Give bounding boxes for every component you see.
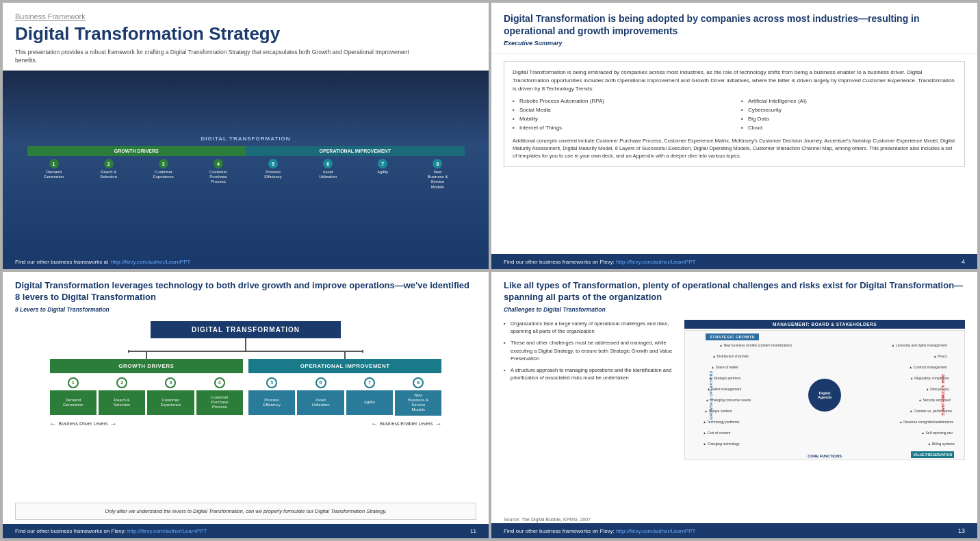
step-label-5: ProcessEfficiency [264,170,282,179]
slide2-extra-text: Additional concepts covered include Cust… [513,137,956,160]
slide1-diagram: DIGITAL TRANSFORMATION GROWTH DRIVERS OP… [3,71,489,255]
slide1-footer: Find our other business frameworks at ht… [3,255,489,269]
slide4-body: Organizations face a large variety of op… [491,317,977,516]
dt-step-2: 2 Reach &Selection [82,159,136,190]
dt-step-6: 6 AssetUtilization [301,159,354,190]
operational-steps: 5 ProcessEfficiency 6 AssetUtilization 7… [248,377,441,416]
slide2-page-num: 4 [962,258,965,265]
chart-item-20: ▲ Billing systems [928,442,955,446]
slide3-footer-link[interactable]: http://flevy.com/author/LearnPPT [127,528,207,534]
dt-step-1: 1 DemandGeneration [27,159,81,190]
dt-step-3: 3 CustomerExperience [137,159,190,190]
chart-item-3: ▲ Distribution channels [712,354,749,358]
bstep-num-6: 6 [315,377,326,388]
slide2-footer-text: Find our other business frameworks on Fl… [504,259,615,265]
step-label-7: Agility [377,170,388,175]
slide1-footer-link[interactable]: http://flevy.com/author/LearnPPT [111,259,190,265]
slide3-sub: 8 Levers to Digital Transformation [15,306,476,313]
bstep-6: 6 AssetUtilization [297,377,344,416]
bstep-num-8: 8 [413,377,424,388]
bstep-num-3: 3 [165,377,176,388]
slide3-note: Only after we understand the levers to D… [15,503,476,520]
chart-item-15: ▲ Technology platforms [703,420,740,424]
slide3-body: DIGITAL TRANSFORMATION GROWTH DRIVERS 1 [3,317,489,499]
slide4-page-num: 13 [958,527,965,534]
slide1-title: Digital Transformation Strategy [15,23,476,45]
levers-row: ← Business Driver Levers → ← Business En… [50,420,442,427]
branch-growth: GROWTH DRIVERS 1 DemandGeneration 2 Reac… [50,352,243,416]
operational-branch-label: OPERATIONAL IMPROVEMENT [248,359,441,373]
slide2-list-right: Artificial Intelligence (AI) Cybersecuri… [741,97,956,132]
dt-branches: GROWTH DRIVERS 1 DemandGeneration 2 Reac… [50,352,442,416]
chart-item-16: ▲ Revenue recognition/settlements [899,420,953,424]
value-preservation-label: VALUE PRESERVATION [911,451,954,458]
list-item-mobility: Mobility [513,115,727,124]
dt-step-5: 5 ProcessEfficiency [246,159,300,190]
list-item-social: Social Media [513,106,727,115]
core-functions-label: CORE FUNCTIONS [808,454,842,458]
dt-main-label: DIGITAL TRANSFORMATION [151,321,341,338]
chart-item-10: ▲ Data privacy [926,387,949,391]
chart-item-2: ▲ Licensing and rights management [892,343,947,347]
bstep-box-6: AssetUtilization [297,390,344,415]
slide2-main-box: Digital Transformation is being embraced… [504,61,965,167]
dt-boxes: GROWTH DRIVERS OPERATIONAL IMPROVEMENT [27,146,465,156]
step-label-3: CustomerExperience [153,170,174,179]
bstep-2: 2 Reach &Selection [99,377,145,415]
bstep-8: 8 NewBusiness &ServiceModels [395,377,441,416]
bstep-box-2: Reach &Selection [99,390,145,415]
slide2-list-left: Robotic Process Automation (RPA) Social … [513,97,727,132]
bstep-3: 3 CustomerExperience [147,377,194,415]
list-item-iot: Internet of Things [513,124,727,133]
slide4-footer-link[interactable]: http://flevy.com/author/LearnPPT [616,528,695,534]
slide-3: Digital Transformation leverages technol… [3,272,489,538]
bstep-4: 4 CustomerPurchaseProcess [196,377,243,415]
slide2-header: Digital Transformation is being adopted … [491,3,977,54]
slide4-footer: Find our other business frameworks on Fl… [491,523,977,538]
branch-operational: OPERATIONAL IMPROVEMENT 5 ProcessEfficie… [248,352,441,416]
step-num-7: 7 [378,159,387,168]
slide4-sub: Challenges to Digital Transformation [504,306,965,313]
slide1-header: Business Framework Digital Transformatio… [3,3,489,71]
slide4-bullets: Organizations face a large variety of op… [504,320,679,513]
slide4-header: Like all types of Transformation, plenty… [491,272,977,317]
bstep-1: 1 DemandGeneration [50,377,96,415]
step-num-6: 6 [323,159,333,168]
slide4-source: Source: The Digital Bubble, KPMG, 2007 [491,516,977,523]
growth-branch-label: GROWTH DRIVERS [50,359,243,373]
step-label-6: AssetUtilization [319,170,337,179]
mgmt-label: MANAGEMENT: BOARD & STAKEHOLDERS [684,320,965,329]
chart-item-11: ▲ Changing consumer needs [706,398,751,402]
bstep-box-1: DemandGeneration [50,390,96,415]
dt-top-label: DIGITAL TRANSFORMATION [201,136,291,142]
dt-step-8: 8 NewBusiness &ServiceModels [411,159,464,190]
bullet-2: These and other challenges must be addre… [504,339,679,362]
chart-item-18: ▲ Self-reporting env. [921,431,953,435]
slide2-footer-link[interactable]: http://flevy.com/author/LearnPPT [616,259,695,265]
slide3-footer-content: Find our other business frameworks on Fl… [15,528,207,534]
chart-item-9: ▲ Talent management [707,387,741,391]
chart-item-8: ▲ Regulatory compliance [910,376,949,380]
slide3-title: Digital Transformation leverages technol… [15,280,476,303]
slide3-footer: Find our other business frameworks on Fl… [3,524,489,538]
step-num-4: 4 [214,159,223,168]
chart-item-19: ▲ Changing technology [703,442,739,446]
slide2-exec-label: Executive Summary [504,40,965,47]
step-label-1: DemandGeneration [44,170,64,179]
dt-step-7: 7 Agility [356,159,409,190]
bstep-num-5: 5 [266,377,277,388]
left-levers: ← Business Driver Levers → [50,420,117,427]
bstep-box-3: CustomerExperience [147,390,194,415]
step-num-8: 8 [433,159,442,168]
bstep-num-2: 2 [116,377,127,388]
step-label-4: CustomerPurchaseProcess [209,170,227,185]
slide2-footer: Find our other business frameworks on Fl… [491,254,977,269]
bstep-5: 5 ProcessEfficiency [248,377,295,416]
list-item-cloud: Cloud [741,124,956,133]
slide2-footer-content: Find our other business frameworks on Fl… [504,259,695,265]
bullet-3: A structure approach to managing operati… [504,366,679,382]
list-item-ai: Artificial Intelligence (AI) [741,97,956,106]
bstep-num-4: 4 [214,377,225,388]
growth-steps: 1 DemandGeneration 2 Reach &Selection 3 … [50,377,243,415]
slide-4: Like all types of Transformation, plenty… [491,272,977,538]
